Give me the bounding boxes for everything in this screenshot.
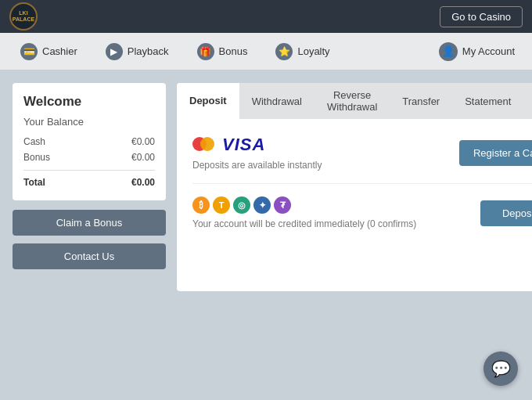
welcome-title: Welcome	[23, 94, 155, 110]
cash-value: €0.00	[131, 136, 155, 147]
tab-statement[interactable]: Statement	[452, 83, 523, 119]
visa-payment-info: VISA Deposits are available instantly	[192, 135, 322, 171]
total-label: Total	[23, 177, 45, 188]
total-value: €0.00	[131, 177, 155, 188]
cashier-tab-bar: Deposit Withdrawal Reverse Withdrawal Tr…	[177, 83, 532, 119]
crypto-note: Your account will be credited immediatel…	[192, 218, 416, 229]
account-icon: 👤	[439, 42, 458, 61]
crypto-usdt-icon: ₮	[274, 196, 291, 214]
crypto-eth-icon: T	[213, 196, 230, 214]
cash-row: Cash €0.00	[23, 134, 155, 150]
register-card-button[interactable]: Register a Card	[459, 140, 532, 166]
loyalty-label: Loyalty	[297, 45, 329, 57]
nav-tab-bonus[interactable]: 🎁 Bonus	[185, 38, 261, 65]
tab-deposit[interactable]: Deposit	[177, 83, 239, 119]
bonus-label: Bonus	[219, 45, 248, 57]
crypto-icons: ₿ T ◎ ✦ ₮	[192, 196, 416, 214]
contact-us-button[interactable]: Contact Us	[13, 243, 166, 269]
logo-text: LKIPALACE	[13, 10, 34, 22]
support-icon: 💬	[491, 359, 511, 378]
tab-content: VISA Deposits are available instantly Re…	[177, 119, 532, 291]
left-panel: Welcome Your Balance Cash €0.00 Bonus €0…	[13, 83, 166, 291]
nav-tab-playback[interactable]: ▶ Playback	[93, 38, 182, 65]
tab-withdrawal[interactable]: Withdrawal	[239, 83, 315, 119]
mc-circle-right	[200, 137, 214, 151]
cashier-label: Cashier	[42, 45, 77, 57]
loyalty-icon: ⭐	[275, 43, 293, 60]
welcome-box: Welcome Your Balance Cash €0.00 Bonus €0…	[13, 83, 166, 200]
playback-label: Playback	[128, 45, 169, 57]
deposit-button[interactable]: Deposit	[480, 200, 532, 226]
right-panel: Deposit Withdrawal Reverse Withdrawal Tr…	[177, 83, 532, 291]
crypto-ltc-icon: ◎	[233, 196, 250, 214]
your-balance-label: Your Balance	[23, 116, 155, 128]
top-bar: LKIPALACE Go to Casino	[0, 0, 532, 33]
bonus-value: €0.00	[131, 152, 155, 163]
tab-reverse-withdrawal[interactable]: Reverse Withdrawal	[315, 83, 390, 119]
crypto-info: ₿ T ◎ ✦ ₮ Your account will be credited …	[192, 196, 416, 229]
nav-tab-cashier[interactable]: 💳 Cashier	[8, 38, 90, 65]
crypto-xrp-icon: ✦	[253, 196, 271, 214]
bonus-icon: 🎁	[197, 43, 214, 60]
tab-transfer[interactable]: Transfer	[390, 83, 452, 119]
crypto-payment-section: ₿ T ◎ ✦ ₮ Your account will be credited …	[192, 196, 532, 229]
bonus-label: Bonus	[23, 152, 50, 163]
nav-tab-loyalty[interactable]: ⭐ Loyalty	[263, 38, 342, 65]
main-content: Welcome Your Balance Cash €0.00 Bonus €0…	[0, 70, 532, 304]
cashier-icon: 💳	[20, 43, 38, 60]
visa-payment-section: VISA Deposits are available instantly Re…	[192, 135, 532, 184]
support-fab-button[interactable]: 💬	[483, 351, 518, 386]
total-row: Total €0.00	[23, 175, 155, 189]
go-to-casino-button[interactable]: Go to Casino	[440, 6, 523, 27]
visa-text: VISA	[222, 135, 265, 155]
visa-deposit-note: Deposits are available instantly	[192, 160, 322, 171]
balance-divider	[23, 170, 155, 171]
playback-icon: ▶	[106, 43, 123, 60]
claim-bonus-button[interactable]: Claim a Bonus	[13, 210, 166, 236]
mastercard-logo	[192, 137, 216, 153]
nav-bar: 💳 Cashier ▶ Playback 🎁 Bonus ⭐ Loyalty 👤…	[0, 33, 532, 70]
my-account-label: My Account	[462, 45, 515, 57]
visa-row: VISA	[192, 135, 322, 155]
tab-verify-id[interactable]: Verify ID	[523, 83, 532, 119]
logo: LKIPALACE	[9, 2, 38, 31]
my-account-button[interactable]: 👤 My Account	[430, 38, 524, 66]
bonus-row: Bonus €0.00	[23, 150, 155, 165]
crypto-btc-icon: ₿	[192, 196, 210, 214]
cash-label: Cash	[23, 136, 45, 147]
